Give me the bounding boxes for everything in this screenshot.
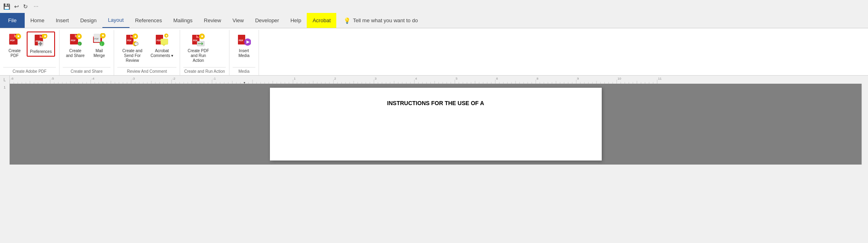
tab-view[interactable]: View [227, 13, 249, 28]
tab-home[interactable]: Home [25, 13, 50, 28]
ribbon-group-label-review-and-comment: Review And Comment [117, 67, 176, 75]
tab-developer[interactable]: Developer [249, 13, 284, 28]
svg-text:-5: -5 [51, 77, 54, 80]
doc-area: 1 INSTRUCTIONS FOR THE USE OF A [0, 84, 868, 165]
tab-insert[interactable]: Insert [50, 13, 75, 28]
tab-references[interactable]: References [129, 13, 168, 28]
svg-text:PDF: PDF [10, 39, 15, 42]
svg-text:6: 6 [496, 77, 498, 80]
ribbon-group-create-and-run-action: PDF ★ Create PDF and Run ActionCreate an… [180, 30, 229, 75]
svg-rect-9 [40, 42, 41, 43]
ribbon-btn-preferences[interactable]: PDF ★ Preferences [27, 32, 55, 57]
create-and-send-label: Create and Send For Review [121, 49, 144, 63]
svg-text:PDF: PDF [193, 39, 198, 42]
svg-text:2: 2 [334, 77, 336, 80]
svg-text:-6: -6 [11, 77, 14, 80]
svg-text:3: 3 [375, 77, 377, 80]
svg-rect-36 [161, 39, 168, 44]
ribbon-btn-insert-media[interactable]: PDF Insert Media [233, 32, 255, 60]
ribbon-btn-create-and-share[interactable]: PDF ★ ↓ Create and Share [64, 32, 87, 60]
ribbon-group-create-adobe-pdf: PDF ★ Create PDF PDF ★ PreferencesCreate… [0, 30, 59, 75]
ruler-row: L -6-5-4-3-2-1123456891011 [0, 76, 868, 84]
insert-media-label: Insert Media [238, 49, 249, 58]
ribbon-btn-create-pdf-run-action[interactable]: PDF ★ Create PDF and Run Action [184, 32, 212, 65]
page-container: INSTRUCTIONS FOR THE USE OF A [10, 84, 862, 165]
svg-text:-4: -4 [91, 77, 95, 80]
svg-text:★: ★ [101, 33, 105, 38]
svg-rect-10 [40, 45, 41, 46]
ribbon-group-review-and-comment: PDF ★ 💬 Create and Send For Review PDF ★… [114, 30, 180, 75]
create-pdf-label: Create PDF [8, 49, 21, 58]
create-pdf-icon: PDF ★ [7, 33, 22, 48]
tab-mailings[interactable]: Mailings [168, 13, 198, 28]
svg-text:★: ★ [43, 34, 47, 38]
tell-me-label: Tell me what you want to do [353, 17, 418, 23]
svg-text:1: 1 [294, 77, 296, 80]
svg-point-8 [39, 42, 42, 45]
ribbon-btn-create-and-send[interactable]: PDF ★ 💬 Create and Send For Review [118, 32, 146, 65]
svg-text:💬: 💬 [134, 42, 139, 46]
svg-marker-37 [162, 44, 166, 46]
svg-text:↓: ↓ [101, 42, 103, 46]
undo-icon[interactable]: ↩ [14, 3, 19, 10]
mail-merge-icon: PDF ★ ↓ [92, 33, 106, 48]
ribbon-group-label-create-and-run-action: Create and Run Action [183, 67, 226, 75]
page-heading: INSTRUCTIONS FOR THE USE OF A [294, 100, 577, 106]
ribbon-btn-mail-merge[interactable]: PDF ★ ↓ Mail Merge [89, 32, 110, 60]
svg-rect-11 [38, 43, 39, 44]
create-and-share-icon: PDF ★ ↓ [68, 33, 83, 48]
svg-text:PDF: PDF [71, 39, 76, 42]
tab-bar: File Home Insert Design Layout Reference… [0, 13, 868, 28]
svg-text:10: 10 [618, 77, 621, 80]
save-icon[interactable]: 💾 [3, 3, 10, 10]
svg-text:5: 5 [456, 77, 458, 80]
svg-text:-2: -2 [172, 77, 176, 80]
more-icon[interactable]: ⋯ [34, 4, 38, 9]
ribbon-content: PDF ★ Create PDF PDF ★ PreferencesCreate… [0, 28, 868, 75]
svg-text:PDF: PDF [94, 38, 99, 40]
ribbon: File Home Insert Design Layout Reference… [0, 13, 868, 76]
title-bar: 💾 ↩ ↻ ⋯ [0, 0, 868, 13]
preferences-label: Preferences [30, 49, 52, 54]
tab-help[interactable]: Help [285, 13, 307, 28]
lightbulb-icon: 💡 [344, 17, 350, 24]
svg-text:PDF: PDF [127, 39, 132, 42]
ribbon-group-label-create-adobe-pdf: Create Adobe PDF [3, 67, 56, 75]
svg-rect-52 [10, 76, 868, 84]
create-pdf-run-action-icon: PDF ★ [191, 33, 206, 48]
svg-text:★: ★ [200, 34, 204, 38]
preferences-icon: PDF ★ [34, 34, 48, 49]
insert-media-icon: PDF [237, 33, 251, 48]
svg-text:-3: -3 [132, 77, 135, 80]
vertical-scrollbar[interactable] [862, 84, 868, 165]
svg-text:★: ★ [77, 34, 81, 38]
ribbon-group-label-media: Media [233, 67, 255, 75]
svg-text:★: ★ [134, 34, 137, 38]
tab-design[interactable]: Design [74, 13, 102, 28]
mail-merge-label: Mail Merge [93, 49, 105, 58]
ribbon-btn-create-pdf[interactable]: PDF ★ Create PDF [4, 32, 25, 60]
tab-layout[interactable]: Layout [102, 13, 129, 28]
svg-rect-12 [41, 43, 42, 44]
tab-file[interactable]: File [0, 13, 25, 28]
document-page: INSTRUCTIONS FOR THE USE OF A [270, 88, 602, 161]
ribbon-btn-acrobat-comments[interactable]: PDF ★ Acrobat Comments ▾ [148, 32, 176, 60]
svg-text:★: ★ [165, 34, 168, 38]
svg-text:11: 11 [658, 77, 662, 80]
create-and-send-icon: PDF ★ 💬 [125, 33, 140, 48]
svg-text:↓: ↓ [79, 42, 81, 46]
create-and-share-label: Create and Share [66, 49, 85, 58]
svg-text:★: ★ [17, 34, 20, 38]
ribbon-group-label-create-and-share: Create and Share [63, 67, 110, 75]
page-number-marker: 1 [4, 85, 6, 89]
redo-icon[interactable]: ↻ [23, 3, 28, 10]
tell-me-box[interactable]: 💡 Tell me what you want to do [338, 13, 423, 28]
svg-rect-1 [9, 34, 14, 39]
ruler-corner: L [0, 76, 10, 84]
tab-review[interactable]: Review [198, 13, 227, 28]
left-margin-ruler: 1 [0, 84, 10, 165]
tab-acrobat[interactable]: Acrobat [307, 13, 336, 28]
svg-text:9: 9 [577, 77, 579, 80]
ruler-svg: -6-5-4-3-2-1123456891011 [10, 76, 868, 84]
ribbon-group-create-and-share: PDF ★ ↓ Create and Share PDF ★ ↓ Mail Me… [59, 30, 114, 75]
